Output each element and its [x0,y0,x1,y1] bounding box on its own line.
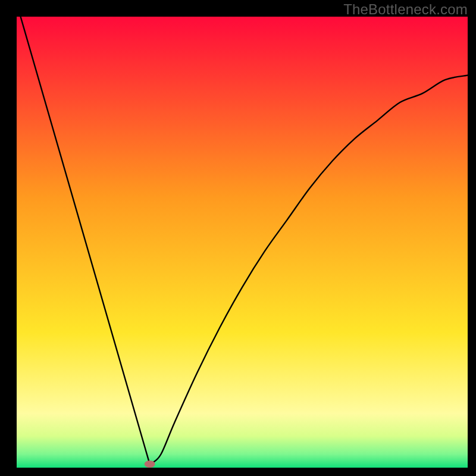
chart-frame: TheBottleneck.com [0,0,476,476]
vertex-marker [145,461,155,468]
chart-background [17,17,468,468]
watermark-label: TheBottleneck.com [343,1,468,18]
chart-svg [17,17,468,468]
